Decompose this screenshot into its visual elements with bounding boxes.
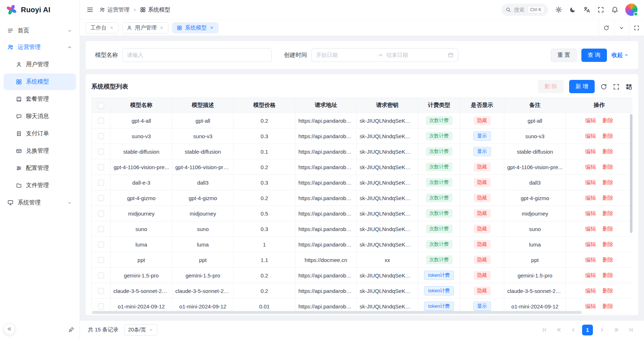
- close-icon[interactable]: [159, 26, 164, 30]
- delete-link[interactable]: 删除: [603, 272, 613, 278]
- sidebar-item-operations[interactable]: 运营管理: [4, 39, 76, 55]
- current-page[interactable]: 1: [582, 325, 593, 335]
- row-checkbox[interactable]: [98, 303, 104, 309]
- sidebar-collapse-button[interactable]: [4, 323, 15, 335]
- row-checkbox[interactable]: [98, 241, 104, 248]
- delete-link[interactable]: 删除: [603, 257, 613, 263]
- select-all-checkbox[interactable]: [98, 103, 104, 109]
- tab-2[interactable]: 系统模型: [172, 22, 219, 33]
- row-checkbox[interactable]: [98, 149, 104, 155]
- delete-link[interactable]: 删除: [603, 226, 613, 232]
- delete-link[interactable]: 删除: [603, 288, 613, 294]
- delete-link[interactable]: 删除: [603, 164, 613, 170]
- sidebar-subitem-6[interactable]: 配置管理: [4, 160, 76, 176]
- start-date-input[interactable]: 开始日期: [316, 52, 374, 59]
- edit-link[interactable]: 编辑: [585, 164, 596, 170]
- model-name-input[interactable]: 请输入: [122, 48, 272, 62]
- avatar[interactable]: [625, 4, 638, 16]
- table-refresh-icon[interactable]: [600, 83, 607, 90]
- delete-link[interactable]: 删除: [603, 241, 613, 247]
- row-checkbox[interactable]: [98, 118, 104, 124]
- tab-1[interactable]: 用户管理: [122, 22, 168, 33]
- close-icon[interactable]: [210, 26, 214, 30]
- sidebar-subitem-2[interactable]: 套餐管理: [4, 91, 76, 107]
- row-checkbox[interactable]: [98, 211, 104, 217]
- row-checkbox[interactable]: [98, 164, 104, 170]
- sidebar-subitem-5[interactable]: 兑换管理: [4, 143, 76, 159]
- edit-link[interactable]: 编辑: [585, 272, 596, 278]
- delete-button[interactable]: 删 除: [538, 80, 563, 93]
- moon-icon[interactable]: [569, 6, 576, 13]
- edit-link[interactable]: 编辑: [585, 148, 596, 154]
- edit-link[interactable]: 编辑: [585, 117, 596, 123]
- prev-5-pages-button[interactable]: [553, 325, 564, 335]
- last-page-button[interactable]: [625, 325, 636, 335]
- table-row: gpt-4-allgpt-all0.2https://api.pandarobo…: [92, 113, 633, 128]
- add-button[interactable]: 新 增: [569, 80, 595, 93]
- sidebar-subitem-4[interactable]: 支付订单: [4, 125, 76, 142]
- edit-link[interactable]: 编辑: [585, 195, 596, 201]
- row-checkbox[interactable]: [98, 226, 104, 232]
- edit-link[interactable]: 编辑: [585, 210, 596, 216]
- next-5-pages-button[interactable]: [611, 325, 622, 335]
- delete-link[interactable]: 删除: [603, 195, 613, 201]
- edit-link[interactable]: 编辑: [585, 179, 596, 185]
- hamburger-icon[interactable]: [86, 6, 94, 13]
- app-root: Ruoyi AI 首页 运营管理 用户管理系统模型套餐管理聊天消息支付订单兑换管…: [0, 0, 644, 339]
- column-settings-icon[interactable]: [625, 83, 632, 90]
- delete-link[interactable]: 删除: [603, 303, 613, 309]
- tab-menu-chevron-icon[interactable]: [614, 20, 629, 36]
- sidebar-subitem-3[interactable]: 聊天消息: [4, 108, 76, 125]
- tab-0[interactable]: 工作台: [86, 22, 118, 33]
- row-checkbox[interactable]: [98, 272, 104, 279]
- delete-link[interactable]: 删除: [603, 148, 613, 154]
- sidebar-item-system[interactable]: 系统管理: [4, 194, 76, 211]
- cell-request-key: sk-JIUQLNndqSeKWU...: [357, 190, 418, 206]
- close-icon[interactable]: [109, 26, 114, 30]
- edit-link[interactable]: 编辑: [585, 133, 596, 139]
- next-page-button[interactable]: [596, 325, 607, 335]
- breadcrumb-system-model[interactable]: 系统模型: [140, 6, 170, 14]
- delete-link[interactable]: 删除: [603, 179, 613, 185]
- reset-button[interactable]: 重 置: [551, 49, 576, 62]
- sidebar-subitem-0[interactable]: 用户管理: [4, 56, 76, 73]
- delete-link[interactable]: 删除: [603, 210, 613, 216]
- row-checkbox[interactable]: [98, 133, 104, 139]
- tab-refresh-icon[interactable]: [599, 20, 614, 36]
- row-checkbox[interactable]: [98, 288, 104, 294]
- search-placeholder: 搜索: [514, 6, 524, 13]
- edit-link[interactable]: 编辑: [585, 303, 596, 309]
- fullscreen-icon[interactable]: [597, 6, 604, 13]
- edit-link[interactable]: 编辑: [585, 257, 596, 263]
- row-checkbox[interactable]: [98, 257, 104, 263]
- query-button[interactable]: 查 询: [581, 49, 607, 62]
- vertical-scrollbar[interactable]: [630, 114, 632, 233]
- prev-page-button[interactable]: [568, 325, 578, 335]
- table-fullscreen-icon[interactable]: [613, 83, 620, 90]
- app-logo[interactable]: Ruoyi AI: [0, 0, 80, 19]
- breadcrumb-operations[interactable]: 运营管理: [99, 6, 130, 14]
- edit-link[interactable]: 编辑: [585, 288, 596, 294]
- edit-link[interactable]: 编辑: [585, 241, 596, 247]
- row-checkbox[interactable]: [98, 180, 104, 186]
- horizontal-scrollbar[interactable]: [92, 311, 582, 314]
- delete-link[interactable]: 删除: [603, 117, 613, 123]
- translate-icon[interactable]: [583, 6, 590, 13]
- date-range-input[interactable]: 开始日期 结束日期: [311, 48, 458, 62]
- delete-link[interactable]: 删除: [603, 133, 613, 139]
- search-input[interactable]: 搜索 Ctrl K: [501, 4, 548, 16]
- page-size-select[interactable]: 20条/页: [124, 324, 157, 336]
- content-fullscreen-icon[interactable]: [629, 20, 644, 36]
- sidebar-subitem-1[interactable]: 系统模型: [4, 73, 76, 90]
- edit-link[interactable]: 编辑: [585, 226, 596, 232]
- sidebar-item-label: 兑换管理: [26, 147, 49, 155]
- sidebar-subitem-7[interactable]: 文件管理: [4, 177, 76, 194]
- pin-icon[interactable]: [68, 326, 75, 333]
- bell-icon[interactable]: [611, 6, 618, 13]
- end-date-input[interactable]: 结束日期: [387, 52, 445, 59]
- sidebar-item-home[interactable]: 首页: [4, 22, 76, 39]
- gear-icon[interactable]: [555, 6, 562, 13]
- row-checkbox[interactable]: [98, 195, 104, 201]
- first-page-button[interactable]: [539, 325, 550, 335]
- collapse-filter-link[interactable]: 收起: [612, 51, 629, 59]
